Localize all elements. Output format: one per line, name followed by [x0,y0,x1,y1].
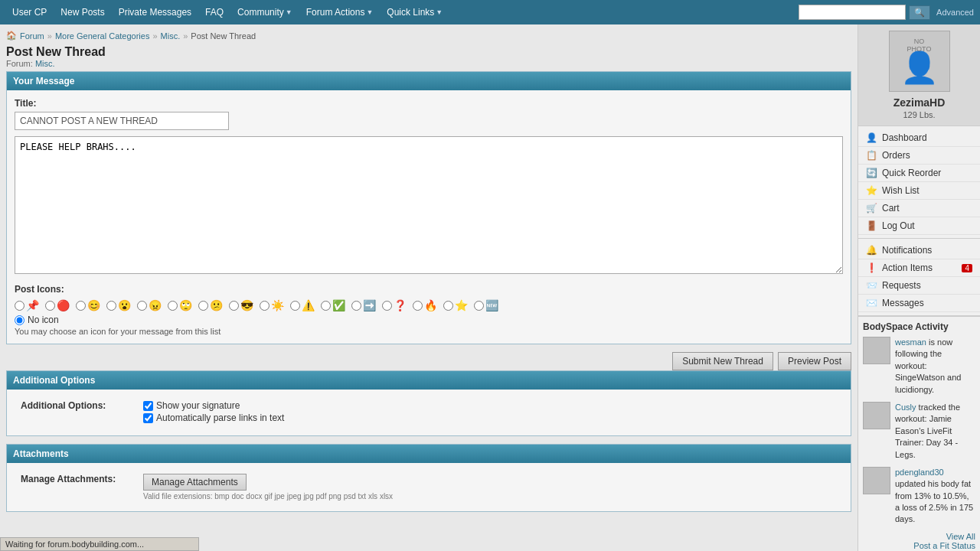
sidebar-item-wish-list[interactable]: ⭐ Wish List [858,182,980,200]
main-content-area: 🏠 Forum » More General Categories » Misc… [0,24,858,551]
search-button[interactable]: 🔍 [909,5,930,20]
messages-icon: ✉️ [866,298,877,308]
submit-thread-button[interactable]: Submit New Thread [672,352,773,370]
post-fit-link[interactable]: Post a Fit Status [863,541,975,550]
sidebar-item-messages[interactable]: ✉️ Messages [858,295,980,312]
show-signature-label: Show your signature [156,400,240,411]
action-items-label: Action Items [882,262,933,273]
show-signature-row: Show your signature [143,400,837,411]
attachments-row: Manage Attachments: Manage Attachments V… [15,471,843,504]
status-bar: Waiting for forum.bodybuilding.com... [0,537,199,551]
no-icon-radio[interactable] [15,315,24,325]
quick-reorder-label: Quick Reorder [882,168,941,178]
nav-private-messages[interactable]: Private Messages [113,4,198,21]
nav-forum-actions[interactable]: Forum Actions ▼ [300,4,380,21]
forum-link[interactable]: Misc. [35,59,55,68]
avatar-silhouette: 👤 [900,50,939,86]
view-all-link[interactable]: View All [863,532,975,541]
icon-option-eyeroll[interactable]: 🙄 [168,299,192,311]
icon-option-confused[interactable]: 😕 [198,299,223,311]
nav-new-posts[interactable]: New Posts [54,4,110,21]
icon-option-star[interactable]: ⭐ [443,299,468,311]
activity-user-0[interactable]: wesman [895,337,926,347]
breadcrumb-misc[interactable]: Misc. [161,31,181,41]
community-dropdown-arrow: ▼ [286,8,292,16]
requests-label: Requests [882,280,921,291]
icon-option-arrow[interactable]: ➡️ [351,299,376,311]
parse-links-checkbox[interactable] [143,413,153,423]
sidebar-item-log-out[interactable]: 🚪 Log Out [858,217,980,235]
additional-options-section: Additional Options Additional Options: S… [6,370,851,436]
home-icon[interactable]: 🏠 [6,31,17,41]
forum-actions-dropdown-arrow: ▼ [366,8,373,16]
breadcrumb: 🏠 Forum » More General Categories » Misc… [6,31,851,41]
no-photo-text: NOPHOTO [890,37,949,53]
additional-options-header: Additional Options [7,371,851,390]
icon-option-new[interactable]: 🆕 [474,299,498,311]
sidebar-item-notifications[interactable]: 🔔 Notifications [858,242,980,259]
no-icon-row: No icon [15,315,843,325]
sidebar-item-orders[interactable]: 📋 Orders [858,147,980,165]
icon-option-fire[interactable]: 🔥 [413,299,437,311]
show-signature-checkbox[interactable] [143,401,153,411]
activity-avatar-2 [863,467,890,494]
icon-option-angry[interactable]: 😠 [137,299,162,311]
page-title-area: Post New Thread Forum: Misc. [6,45,851,68]
activity-avatar-1 [863,402,890,429]
icon-option-red[interactable]: 🔴 [45,299,70,311]
icon-option-warn[interactable]: ⚠️ [290,299,315,311]
post-icons-section: Post Icons: 📌 🔴 😊 😮 😠 🙄 😕 😎 ☀️ ⚠️ ✅ ➡ [15,284,843,336]
parse-links-label: Automatically parse links in text [156,412,284,423]
additional-options-label: Additional Options: [15,397,137,428]
icons-help-text: You may choose an icon for your message … [15,327,843,336]
preview-post-button[interactable]: Preview Post [778,352,851,370]
nav-faq[interactable]: FAQ [199,4,230,21]
action-items-icon: ❗ [866,262,877,273]
icon-option-sun[interactable]: ☀️ [260,299,284,311]
main-layout: 🏠 Forum » More General Categories » Misc… [0,24,980,551]
icon-option-question[interactable]: ❓ [382,299,407,311]
activity-item-0: wesman is now following the workout: Sin… [863,337,975,396]
sidebar-item-dashboard[interactable]: 👤 Dashboard [858,129,980,147]
dashboard-icon: 👤 [866,132,877,143]
icon-option-smile[interactable]: 😊 [76,299,100,311]
activity-user-2[interactable]: pdengland30 [895,468,944,477]
message-textarea[interactable] [15,136,843,274]
sidebar-divider [858,238,980,239]
post-icons-label: Post Icons: [15,284,843,295]
cart-icon: 🛒 [866,203,877,214]
title-label: Title: [15,98,843,109]
nav-quick-links[interactable]: Quick Links ▼ [381,4,449,21]
activity-item-2: pdengland30 updated his body fat from 13… [863,467,975,526]
advanced-search-link[interactable]: Advanced [936,8,974,17]
activity-user-1[interactable]: Cusly [895,403,916,412]
wishlist-icon: ⭐ [866,185,877,196]
file-extensions-text: Valid file extensions: bmp doc docx gif … [143,492,837,500]
icon-option-check[interactable]: ✅ [321,299,345,311]
your-message-body: Title: Post Icons: 📌 🔴 😊 😮 😠 🙄 😕 😎 [7,90,851,344]
activity-section: BodySpace Activity wesman is now followi… [858,315,980,551]
sidebar-item-requests[interactable]: 📨 Requests [858,277,980,295]
action-items-badge: 4 [962,264,972,272]
breadcrumb-forum[interactable]: Forum [20,31,44,41]
attachments-table: Manage Attachments: Manage Attachments V… [15,471,843,504]
nav-user-cp[interactable]: User CP [6,4,53,21]
attachments-body: Manage Attachments: Manage Attachments V… [7,463,851,511]
manage-attachments-button[interactable]: Manage Attachments [143,474,247,491]
user-stats: 129 Lbs. [864,110,974,119]
activity-text-1: Cusly tracked the workout: Jamie Eason's… [895,402,975,461]
icon-option-surprised[interactable]: 😮 [106,299,131,311]
breadcrumb-more-general[interactable]: More General Categories [55,31,150,41]
no-icon-label: No icon [28,315,59,325]
sidebar-item-cart[interactable]: 🛒 Cart [858,200,980,217]
icon-option-cool[interactable]: 😎 [229,299,253,311]
search-input[interactable] [799,5,906,20]
nav-community[interactable]: Community ▼ [231,4,299,21]
sidebar-item-action-items[interactable]: ❗ Action Items 4 [858,259,980,277]
your-message-section: Your Message Title: Post Icons: 📌 🔴 😊 😮 … [6,71,851,344]
sidebar-navigation: 👤 Dashboard 📋 Orders 🔄 Quick Reorder ⭐ W… [858,126,980,315]
dashboard-label: Dashboard [882,132,927,143]
title-input[interactable] [15,112,229,130]
icon-option-pin[interactable]: 📌 [15,299,39,311]
sidebar-item-quick-reorder[interactable]: 🔄 Quick Reorder [858,165,980,182]
